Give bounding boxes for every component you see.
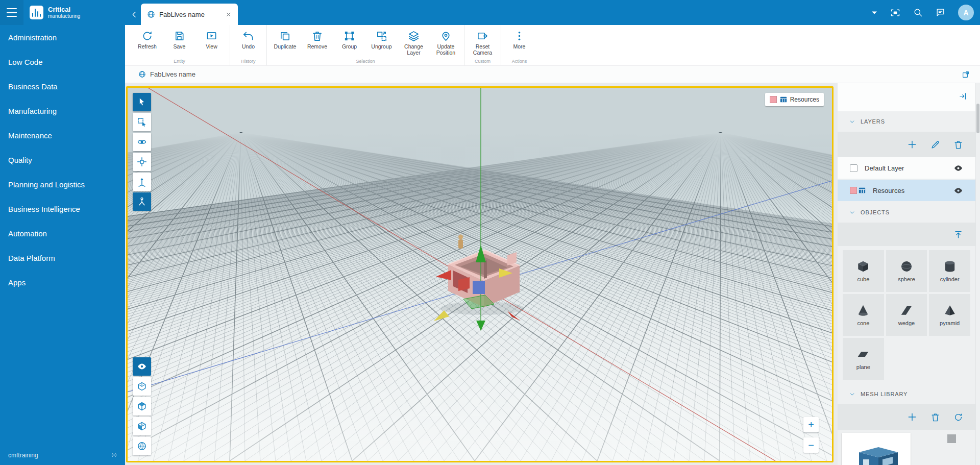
- layer-visibility-toggle[interactable]: [953, 163, 963, 173]
- mesh-library-area: [838, 430, 975, 465]
- open-in-new-icon: [962, 70, 970, 79]
- tab-scroll-back-button[interactable]: [128, 4, 141, 25]
- sidebar-item-low-code[interactable]: Low Code: [0, 50, 125, 74]
- ungroup-button[interactable]: Ungroup: [365, 28, 398, 57]
- layer-checkbox[interactable]: [850, 164, 857, 172]
- visibility-tool-button[interactable]: [133, 357, 151, 376]
- delete-layer-button[interactable]: [953, 140, 963, 150]
- wireframe-view-button[interactable]: [133, 377, 151, 396]
- add-mesh-button[interactable]: [907, 412, 917, 422]
- scrollbar-thumb[interactable]: [976, 104, 979, 133]
- remove-button[interactable]: Remove: [301, 28, 333, 57]
- box-select-tool-button[interactable]: [133, 113, 151, 131]
- topbar-actions: A: [871, 0, 974, 25]
- layer-row-default[interactable]: Default Layer: [838, 157, 975, 180]
- transform-tool-button[interactable]: [133, 153, 151, 171]
- screencast-button[interactable]: [890, 8, 900, 18]
- globe-icon: [138, 70, 146, 78]
- plus-icon: [907, 139, 917, 150]
- bring-to-top-button[interactable]: [953, 230, 963, 239]
- sidebar-item-planning-logistics[interactable]: Planning and Logistics: [0, 172, 125, 197]
- material-view-button[interactable]: [133, 437, 151, 455]
- view-button[interactable]: View: [195, 28, 228, 57]
- zoom-out-button[interactable]: −: [803, 437, 819, 453]
- brand-line2: manufacturing: [48, 13, 80, 19]
- box-select-icon: [137, 117, 147, 127]
- sidebar-item-maintenance[interactable]: Maintenance: [0, 123, 125, 148]
- sidebar-footer: cmftraining: [8, 451, 118, 459]
- sidebar-item-data-platform[interactable]: Data Platform: [0, 246, 125, 270]
- layer-color-swatch[interactable]: [850, 187, 857, 194]
- gizmo-plane-z[interactable]: [473, 281, 485, 294]
- wireframe-cube-icon: [137, 381, 147, 391]
- change-layer-button[interactable]: Change Layer: [398, 28, 430, 57]
- operator-figure: [458, 239, 463, 249]
- sidebar: Administration Low Code Business Data Ma…: [0, 25, 125, 465]
- sidebar-item-administration[interactable]: Administration: [0, 25, 125, 50]
- sidebar-item-quality[interactable]: Quality: [0, 148, 125, 172]
- breadcrumb: FabLives name: [125, 66, 980, 83]
- duplicate-button[interactable]: Duplicate: [269, 28, 301, 57]
- viewport-3d[interactable]: Resources + −: [126, 86, 834, 462]
- eye-icon: [953, 163, 963, 173]
- menu-icon[interactable]: [0, 0, 23, 25]
- search-button[interactable]: [913, 8, 923, 17]
- undo-button[interactable]: Undo: [232, 28, 264, 57]
- orbit-tool-button[interactable]: [133, 133, 151, 151]
- object-tile-cylinder[interactable]: cylinder: [929, 250, 970, 292]
- delete-mesh-button[interactable]: [930, 412, 940, 422]
- select-tool-button[interactable]: [133, 93, 151, 111]
- chat-icon: [936, 8, 945, 17]
- object-tile-cone[interactable]: cone: [843, 294, 884, 336]
- section-layers[interactable]: LAYERS: [838, 111, 975, 132]
- legend-label: Resources: [790, 96, 819, 103]
- toolbar-group-custom: Reset Camera Custom: [464, 25, 501, 65]
- sidebar-item-apps[interactable]: Apps: [0, 270, 125, 295]
- toolbar-group-entity: Refresh Save View Entity: [129, 25, 230, 65]
- sidebar-item-business-data[interactable]: Business Data: [0, 74, 125, 99]
- trash-icon: [930, 412, 940, 422]
- mesh-toolbar: [838, 404, 975, 430]
- more-dots-icon: [513, 30, 525, 42]
- dropdown-caret-button[interactable]: [871, 11, 877, 15]
- section-mesh-library[interactable]: MESH LIBRARY: [838, 384, 975, 404]
- save-button[interactable]: Save: [163, 28, 195, 57]
- scene-canvas[interactable]: [128, 88, 832, 461]
- measure-tool-button[interactable]: [133, 192, 151, 211]
- edit-layer-button[interactable]: [930, 140, 940, 150]
- layer-legend-chip[interactable]: Resources: [765, 93, 824, 106]
- sidebar-item-automation[interactable]: Automation: [0, 221, 125, 246]
- layer-visibility-toggle[interactable]: [953, 186, 963, 195]
- reset-camera-button[interactable]: Reset Camera: [467, 28, 499, 57]
- chevron-down-icon: [849, 118, 855, 125]
- section-objects[interactable]: OBJECTS: [838, 202, 975, 223]
- sidebar-item-business-intelligence[interactable]: Business Intelligence: [0, 197, 125, 221]
- object-tile-plane[interactable]: plane: [843, 338, 884, 380]
- collapse-panel-button[interactable]: [959, 92, 967, 101]
- object-tile-sphere[interactable]: sphere: [886, 250, 927, 292]
- refresh-meshes-button[interactable]: [953, 412, 963, 422]
- avatar[interactable]: A: [958, 5, 974, 20]
- object-tile-cube[interactable]: cube: [843, 250, 884, 292]
- refresh-button[interactable]: Refresh: [131, 28, 163, 57]
- layer-row-resources[interactable]: Resources: [838, 180, 975, 202]
- axes-tool-button[interactable]: [133, 173, 151, 191]
- expand-window-button[interactable]: [962, 70, 970, 79]
- solid-view-button[interactable]: [133, 397, 151, 415]
- object-tile-pyramid[interactable]: pyramid: [929, 294, 970, 336]
- close-icon[interactable]: [225, 11, 232, 18]
- chat-button[interactable]: [936, 8, 945, 17]
- tab-fablives[interactable]: FabLives name: [141, 4, 238, 25]
- page-title: FabLives name: [150, 70, 195, 78]
- add-layer-button[interactable]: [907, 139, 917, 150]
- mesh-thumbnail[interactable]: [842, 433, 911, 465]
- faces-view-button[interactable]: [133, 417, 151, 435]
- more-button[interactable]: More: [503, 28, 535, 57]
- object-tile-wedge[interactable]: wedge: [886, 294, 927, 336]
- update-position-button[interactable]: Update Position: [430, 28, 462, 57]
- group-button[interactable]: Group: [333, 28, 365, 57]
- tab-bar: FabLives name: [128, 0, 238, 25]
- zoom-in-button[interactable]: +: [803, 417, 819, 432]
- panel-scrollbar[interactable]: [975, 83, 980, 465]
- sidebar-item-manufacturing[interactable]: Manufacturing: [0, 99, 125, 123]
